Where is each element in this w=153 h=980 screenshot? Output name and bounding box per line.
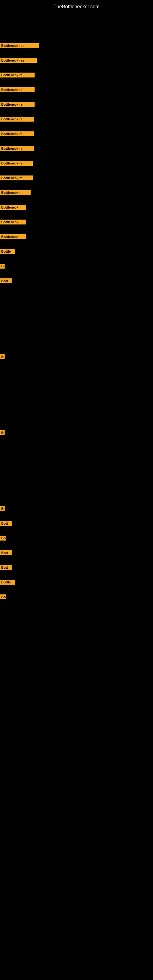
bottleneck-label-3: Bottleneck re xyxy=(0,73,35,78)
bottleneck-label-24: Bott xyxy=(0,565,12,570)
bottleneck-label-20: B xyxy=(0,506,5,511)
bottleneck-label-2: Bottleneck res xyxy=(0,58,37,63)
bottleneck-label-16: B xyxy=(0,264,5,269)
bottleneck-label-15: Bottle xyxy=(0,249,15,254)
bottleneck-label-1: Bottleneck res xyxy=(0,43,39,48)
bottleneck-label-17: Bott xyxy=(0,278,12,283)
bottleneck-label-5: Bottleneck re xyxy=(0,102,35,107)
bottleneck-label-26: Bo xyxy=(0,595,6,599)
bottleneck-label-9: Bottleneck re xyxy=(0,161,33,166)
bottleneck-label-22: Bo xyxy=(0,536,6,541)
bottleneck-label-8: Bottleneck re xyxy=(0,146,33,151)
bottleneck-label-7: Bottleneck re xyxy=(0,131,33,136)
bottleneck-label-6: Bottleneck re xyxy=(0,117,33,122)
bottleneck-label-23: Bott xyxy=(0,550,12,555)
site-title: TheBottlenecker.com xyxy=(0,2,153,12)
bottleneck-label-19: B xyxy=(0,430,5,435)
bottleneck-label-11: Bottleneck r xyxy=(0,190,30,195)
bottleneck-label-21: Bott xyxy=(0,521,12,526)
bottleneck-label-18: B xyxy=(0,354,5,359)
bottleneck-label-14: Bottleneck xyxy=(0,234,26,239)
bottleneck-label-12: Bottleneck xyxy=(0,205,26,210)
bottleneck-label-4: Bottleneck re xyxy=(0,87,35,92)
bottleneck-label-13: Bottleneck xyxy=(0,220,26,224)
bottleneck-label-25: Bottle xyxy=(0,580,15,585)
bottleneck-label-10: Bottleneck re xyxy=(0,175,33,180)
